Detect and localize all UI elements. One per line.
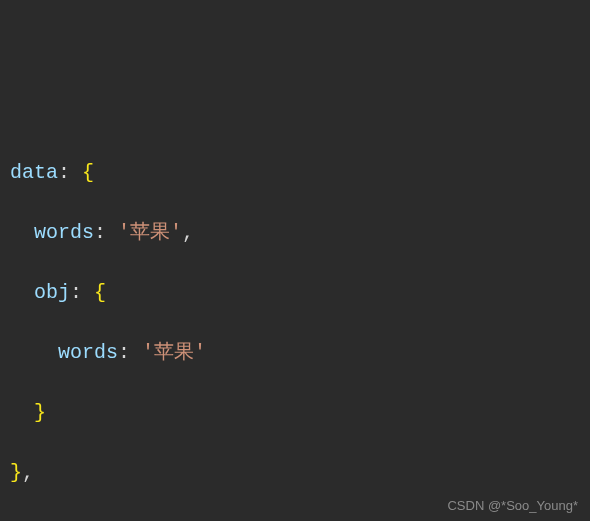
property-key: data [10,161,58,184]
code-line: words: '苹果', [10,218,580,248]
colon: : [94,221,106,244]
open-brace: { [82,161,94,184]
property-key: obj [34,281,70,304]
code-line: } [10,398,580,428]
space [130,341,142,364]
string-value: '苹果' [118,221,182,244]
colon: : [58,161,70,184]
property-key: words [58,341,118,364]
code-line: obj: { [10,278,580,308]
string-value: '苹果' [142,341,206,364]
code-line: words: '苹果' [10,338,580,368]
colon: : [70,281,82,304]
close-brace: } [34,401,46,424]
comma: , [182,221,194,244]
comma: , [22,461,34,484]
watermark: CSDN @*Soo_Young* [447,496,578,516]
property-key: words [34,221,94,244]
space [70,161,82,184]
colon: : [118,341,130,364]
close-brace: } [10,461,22,484]
code-line: }, [10,458,580,488]
code-editor: data: { words: '苹果', obj: { words: '苹果' … [10,128,580,521]
space [106,221,118,244]
space [82,281,94,304]
code-line: data: { [10,158,580,188]
open-brace: { [94,281,106,304]
